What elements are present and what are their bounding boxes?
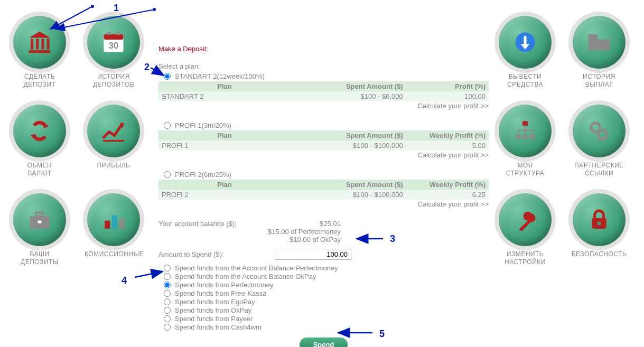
fund-radio-4[interactable] bbox=[164, 298, 171, 305]
plan-radio-label: PROFI 2(6m/25%) bbox=[175, 171, 231, 179]
link-icon bbox=[573, 105, 626, 157]
bank-icon bbox=[13, 16, 66, 69]
left-nav-calendar[interactable]: 30ИСТОРИЯ ДЕПОЗИТОВ bbox=[85, 16, 143, 89]
right-nav-folder[interactable]: ИСТОРИЯ ВЫПЛАТ bbox=[570, 16, 628, 89]
svg-rect-17 bbox=[38, 221, 42, 223]
fund-radio-2[interactable] bbox=[164, 282, 171, 288]
left-nav-bank[interactable]: СДЕЛАТЬ ДЕПОЗИТ bbox=[11, 16, 69, 89]
right-nav-download[interactable]: ВЫВЕСТИ СРЕДСТВА bbox=[496, 16, 554, 89]
fund-label: Spend funds from EgoPay bbox=[175, 298, 255, 306]
fund-radio-0[interactable] bbox=[164, 265, 171, 271]
nav-label: ОБМЕН ВАЛЮТ bbox=[11, 162, 69, 177]
nav-label: БЕЗОПАСНОСТЬ bbox=[570, 250, 628, 258]
select-plan-label: Select a plan: bbox=[158, 62, 489, 70]
svg-point-41 bbox=[91, 5, 94, 8]
svg-rect-4 bbox=[47, 39, 50, 49]
svg-rect-27 bbox=[522, 135, 528, 139]
svg-rect-16 bbox=[36, 213, 43, 217]
lock-icon bbox=[573, 193, 626, 246]
fund-radio-5[interactable] bbox=[164, 307, 171, 314]
svg-marker-0 bbox=[29, 32, 51, 38]
fund-radio-6[interactable] bbox=[164, 315, 171, 322]
nav-label: ВАШИ ДЕПОЗИТЫ bbox=[11, 250, 69, 266]
svg-point-42 bbox=[153, 8, 156, 11]
nav-label: ИСТОРИЯ ВЫПЛАТ bbox=[570, 73, 628, 89]
fund-label: Spend funds from the Account Balance OkP… bbox=[175, 273, 316, 280]
right-nav-lock[interactable]: БЕЗОПАСНОСТЬ bbox=[570, 193, 628, 266]
download-icon bbox=[499, 16, 552, 69]
nav-label: ИСТОРИЯ ДЕПОЗИТОВ bbox=[85, 73, 143, 89]
plan-table: PlanSpent Amount ($)Weekly Profit (%) PR… bbox=[158, 180, 489, 200]
folder-icon bbox=[573, 16, 626, 69]
nav-label: ИЗМЕНИТЬ НАСТРОЙКИ bbox=[496, 250, 554, 266]
annotation-1: 1 bbox=[114, 3, 119, 14]
calculate-profit-link[interactable]: Calculate your profit >> bbox=[158, 151, 489, 159]
svg-rect-24 bbox=[589, 34, 598, 38]
fund-radio-3[interactable] bbox=[164, 290, 171, 297]
svg-rect-20 bbox=[119, 219, 124, 229]
balance-label: Your account balance ($): bbox=[158, 220, 264, 243]
fund-radio-1[interactable] bbox=[164, 273, 171, 280]
annotation-4: 4 bbox=[122, 275, 127, 286]
annotation-5: 5 bbox=[379, 329, 385, 340]
nav-label: СДЕЛАТЬ ДЕПОЗИТ bbox=[11, 73, 69, 89]
fund-label: Spend funds from the Account Balance Per… bbox=[175, 264, 338, 272]
spend-button[interactable]: Spend bbox=[300, 337, 348, 347]
right-nav-wrench[interactable]: ИЗМЕНИТЬ НАСТРОЙКИ bbox=[496, 193, 554, 266]
balance-total: $25.01 bbox=[264, 220, 341, 228]
nav-label: ПРИБЫЛЬ bbox=[85, 162, 143, 170]
svg-point-9 bbox=[116, 32, 120, 35]
left-nav-exchange[interactable]: ОБМЕН ВАЛЮТ bbox=[11, 105, 69, 177]
svg-rect-19 bbox=[112, 215, 117, 229]
fund-label: Spend funds from OkPay bbox=[175, 306, 251, 314]
svg-rect-7 bbox=[104, 34, 123, 40]
plan-table: PlanSpent Amount ($)Profit (%) STANDART … bbox=[158, 81, 489, 101]
annotation-3: 3 bbox=[390, 233, 395, 245]
svg-rect-3 bbox=[41, 39, 44, 49]
right-nav-link[interactable]: ПАРТНЕРСКИЕ ССЫЛКИ bbox=[570, 105, 628, 177]
plan-radio-label: PROFI 1(3m/20%) bbox=[175, 121, 231, 129]
nav-label: ВЫВЕСТИ СРЕДСТВА bbox=[496, 73, 554, 89]
amount-label: Amount to Spend ($): bbox=[158, 250, 264, 258]
svg-rect-5 bbox=[29, 50, 51, 53]
page-title: Make a Deposit: bbox=[158, 45, 489, 53]
wrench-icon bbox=[499, 193, 552, 246]
plan-radio-0[interactable] bbox=[164, 73, 171, 80]
svg-rect-26 bbox=[515, 135, 520, 139]
fund-label: Spend funds from Cash4wm bbox=[175, 323, 262, 331]
svg-rect-25 bbox=[522, 121, 528, 125]
right-nav-structure[interactable]: МОЯ СТРУКТУРА bbox=[496, 105, 554, 177]
structure-icon bbox=[499, 105, 552, 157]
exchange-icon bbox=[13, 105, 66, 157]
balance-okpay: $10.00 of OkPay bbox=[264, 236, 341, 243]
plan-radio-2[interactable] bbox=[164, 171, 171, 178]
svg-point-8 bbox=[107, 32, 111, 35]
plan-radio-1[interactable] bbox=[164, 122, 171, 129]
fund-radio-7[interactable] bbox=[164, 324, 171, 331]
balance-pm: $15.00 of Perfectmoney bbox=[264, 228, 341, 236]
svg-point-35 bbox=[598, 130, 607, 139]
left-nav-trend[interactable]: ПРИБЫЛЬ bbox=[85, 105, 143, 177]
calculate-profit-link[interactable]: Calculate your profit >> bbox=[158, 102, 489, 110]
amount-input[interactable] bbox=[275, 249, 351, 260]
nav-label: КОМИССИОННЫЕ bbox=[85, 250, 143, 258]
svg-rect-1 bbox=[31, 39, 33, 49]
svg-text:30: 30 bbox=[109, 41, 119, 51]
right-sidebar: ВЫВЕСТИ СРЕДСТВАИСТОРИЯ ВЫПЛАТ МОЯ СТРУК… bbox=[496, 16, 633, 282]
calculate-profit-link[interactable]: Calculate your profit >> bbox=[158, 200, 489, 208]
svg-point-37 bbox=[598, 221, 601, 225]
plan-table: PlanSpent Amount ($)Weekly Profit (%) PR… bbox=[158, 130, 489, 151]
svg-rect-2 bbox=[36, 39, 39, 49]
svg-rect-18 bbox=[105, 221, 110, 229]
left-nav-briefcase[interactable]: ВАШИ ДЕПОЗИТЫ bbox=[11, 193, 69, 266]
trend-icon bbox=[87, 105, 140, 157]
deposit-form: Make a Deposit: Select a plan: STANDART … bbox=[158, 45, 489, 347]
left-sidebar: СДЕЛАТЬ ДЕПОЗИТ30ИСТОРИЯ ДЕПОЗИТОВ ОБМЕН… bbox=[11, 16, 148, 282]
nav-label: МОЯ СТРУКТУРА bbox=[496, 162, 554, 177]
calendar-icon: 30 bbox=[87, 16, 140, 69]
annotation-2: 2 bbox=[144, 62, 150, 73]
left-nav-bars[interactable]: КОМИССИОННЫЕ bbox=[85, 193, 143, 266]
svg-rect-28 bbox=[529, 135, 535, 139]
plan-radio-label: STANDART 2(12week/100%) bbox=[175, 72, 265, 80]
fund-label: Spend funds from Free-Kassa bbox=[175, 289, 266, 297]
